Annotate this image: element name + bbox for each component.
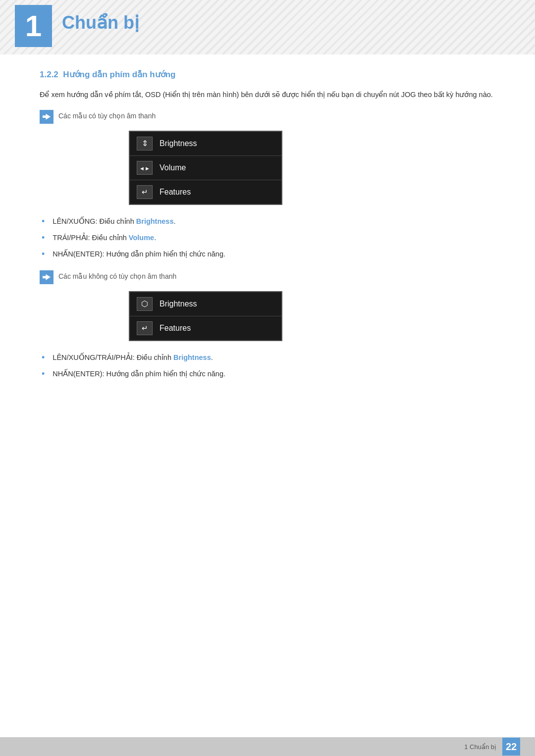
osd-updown-icon: [137, 137, 153, 151]
main-content: 1.2.2 Hướng dẫn phím dẫn hướng Để xem hư…: [0, 69, 535, 430]
note1-row: Các mẫu có tùy chọn âm thanh: [40, 110, 495, 124]
osd-features-label2: Features: [160, 324, 191, 333]
page-footer: 1 Chuẩn bị 22: [0, 737, 535, 756]
brightness-highlight1: Brightness: [136, 217, 174, 225]
osd-without-audio: ⬡ Brightness Features: [129, 291, 282, 341]
bullet-item: NHẤN(ENTER): Hướng dẫn phím hiển thị chứ…: [40, 368, 495, 380]
footer-chapter-label: 1 Chuẩn bị: [464, 743, 496, 751]
osd-brightness-icon: ⬡: [137, 297, 153, 311]
osd-volume-label: Volume: [160, 163, 186, 172]
bullet-item: NHẤN(ENTER): Hướng dẫn phím hiển thị chứ…: [40, 249, 495, 260]
osd-row-volume: Volume: [130, 156, 281, 180]
note2-row: Các mẫu không có tùy chọn âm thanh: [40, 270, 495, 284]
osd-row-brightness2: ⬡ Brightness: [130, 292, 281, 316]
bullet-item: TRÁI/PHẢI: Điều chỉnh Volume.: [40, 232, 495, 244]
chapter-title: Chuẩn bị: [62, 12, 139, 33]
osd-leftright-icon: [137, 161, 153, 175]
osd-brightness-label: Brightness: [160, 139, 197, 148]
osd-enter-icon1: [137, 185, 153, 199]
note1-icon: [40, 110, 54, 124]
osd-features-label1: Features: [160, 188, 191, 197]
bullet-list-2: LÊN/XUỐNG/TRÁI/PHẢI: Điều chỉnh Brightne…: [40, 352, 495, 380]
chapter-header: 1 Chuẩn bị: [0, 0, 535, 54]
footer-page-number-box: 22: [502, 738, 520, 756]
note2-icon: [40, 270, 54, 284]
osd-row-features1: Features: [130, 180, 281, 204]
section-title: 1.2.2 Hướng dẫn phím dẫn hướng: [40, 69, 495, 80]
brightness-highlight2: Brightness: [173, 353, 211, 361]
osd-with-audio: Brightness Volume Features: [129, 131, 282, 205]
volume-highlight: Volume: [129, 234, 154, 242]
footer-page-number: 22: [506, 741, 517, 753]
bullet-item: LÊN/XUỐNG/TRÁI/PHẢI: Điều chỉnh Brightne…: [40, 352, 495, 363]
note2-text: Các mẫu không có tùy chọn âm thanh: [58, 270, 176, 280]
osd-row-brightness: Brightness: [130, 132, 281, 156]
chapter-number: 1: [25, 11, 42, 41]
note1-text: Các mẫu có tùy chọn âm thanh: [58, 110, 156, 120]
chapter-number-block: 1: [15, 5, 52, 47]
osd-enter-icon2: [137, 321, 153, 335]
bullet-list-1: LÊN/XUỐNG: Điều chỉnh Brightness. TRÁI/P…: [40, 216, 495, 260]
bullet-item: LÊN/XUỐNG: Điều chỉnh Brightness.: [40, 216, 495, 227]
osd-brightness-label2: Brightness: [160, 300, 197, 308]
osd-row-features2: Features: [130, 316, 281, 340]
intro-paragraph: Để xem hướng dẫn về phím tắt, OSD (Hiển …: [40, 89, 495, 101]
